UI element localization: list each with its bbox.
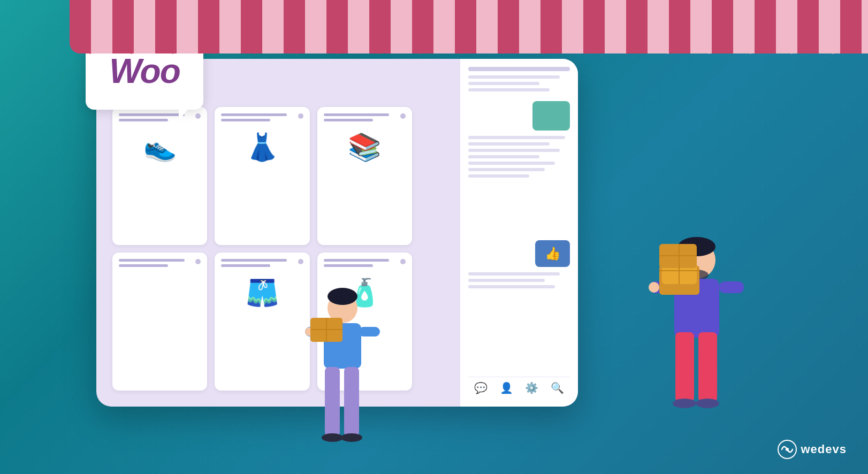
content-line (468, 279, 545, 282)
svg-rect-4 (675, 332, 694, 402)
settings-icon[interactable]: ⚙️ (525, 381, 538, 394)
product-card-5[interactable]: 🩳 (215, 253, 309, 391)
card-product-area: 👗 (221, 126, 303, 169)
panel-lines (468, 75, 570, 95)
content-line (468, 162, 555, 165)
svg-point-7 (696, 399, 719, 408)
wedevs-logo-icon (778, 440, 797, 459)
svg-point-6 (673, 399, 696, 408)
delivery-person-short (300, 281, 385, 463)
svg-rect-9 (719, 281, 744, 293)
bottom-icon-bar: 💬 👤 ⚙️ 🔍 (468, 377, 570, 399)
content-line (468, 174, 529, 178)
product-card-4[interactable] (112, 253, 207, 391)
content-line (468, 168, 545, 171)
svg-rect-5 (698, 332, 717, 402)
like-button[interactable]: 👍 (535, 240, 570, 267)
content-line (468, 272, 560, 276)
svg-point-30 (341, 433, 362, 442)
panel-header-bar (468, 67, 570, 71)
more-content-lines (468, 272, 570, 377)
card-lines (221, 259, 303, 267)
product-card-2[interactable]: 👗 (215, 107, 309, 245)
teal-accent-block (532, 101, 570, 131)
books-icon: 📚 (348, 132, 381, 163)
card-lines (324, 259, 406, 267)
card-product-area: 🩳 (221, 271, 303, 314)
delivery-person-tall (643, 228, 750, 442)
card-dot (400, 259, 406, 264)
card-dot (298, 259, 303, 264)
content-line (468, 142, 550, 146)
card-lines (221, 113, 303, 121)
dress-icon: 👗 (246, 132, 279, 163)
wedevs-logo-text: wedevs (801, 442, 847, 456)
content-line (468, 136, 565, 139)
tall-person-svg (643, 228, 750, 442)
svg-point-19 (328, 288, 357, 305)
svg-rect-22 (359, 327, 380, 337)
svg-rect-28 (344, 367, 359, 437)
panel-line (468, 82, 539, 85)
card-lines (119, 259, 201, 267)
product-card-1[interactable]: 👟 (112, 107, 207, 245)
short-person-svg (300, 281, 385, 463)
content-line (468, 285, 555, 288)
user-icon[interactable]: 👤 (500, 381, 513, 394)
right-panel: 👍 💬 👤 ⚙️ 🔍 (460, 59, 578, 407)
card-product-area: 👟 (119, 126, 201, 169)
card-lines (324, 113, 406, 121)
card-lines (119, 113, 201, 121)
awning-stripes (70, 0, 868, 53)
card-dot (298, 113, 303, 119)
thumbs-up-icon: 👍 (545, 246, 561, 261)
card-product-area: 📚 (324, 126, 406, 169)
card-line (221, 119, 270, 121)
card-line (221, 259, 287, 262)
card-line (324, 264, 373, 267)
panel-line (468, 88, 550, 91)
card-line (119, 264, 168, 267)
sneakers-icon: 👟 (143, 132, 177, 163)
product-card-3[interactable]: 📚 (317, 107, 412, 245)
store-awning (70, 0, 868, 59)
panel-line (468, 75, 560, 79)
card-line (221, 264, 270, 267)
card-line (119, 119, 168, 121)
content-line (468, 149, 560, 152)
search-icon[interactable]: 🔍 (551, 381, 564, 394)
page-background: Woo 👟 (0, 0, 868, 474)
card-line (119, 259, 185, 262)
card-line (221, 113, 287, 116)
pants-icon: 🩳 (246, 277, 279, 308)
card-product-area (119, 271, 201, 314)
chat-icon[interactable]: 💬 (474, 381, 488, 394)
svg-point-32 (786, 448, 789, 451)
card-line (324, 113, 390, 116)
card-line (119, 113, 185, 116)
card-line (324, 259, 390, 262)
wedevs-logo: wedevs (778, 440, 847, 459)
svg-point-10 (649, 282, 659, 293)
card-line (324, 119, 373, 121)
content-line (468, 155, 539, 158)
svg-point-29 (322, 433, 343, 442)
awning-scallop (70, 41, 868, 54)
card-dot (400, 113, 406, 119)
panel-content-lines (468, 136, 570, 240)
svg-rect-27 (325, 367, 340, 437)
